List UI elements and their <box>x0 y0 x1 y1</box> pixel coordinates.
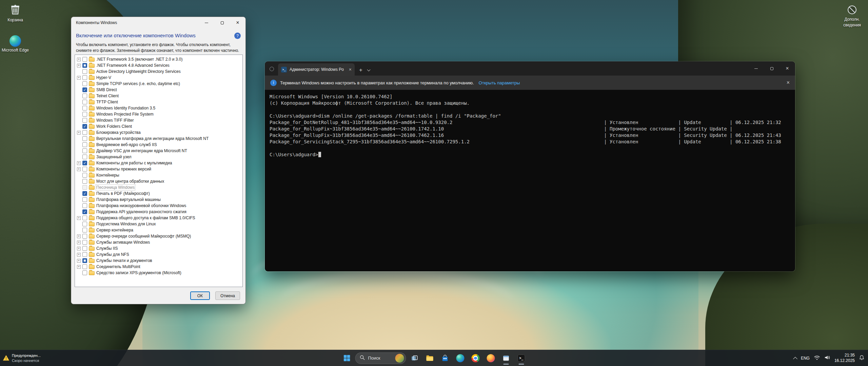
feature-item[interactable]: +Службы для NFS <box>75 251 242 258</box>
clock[interactable]: 21:35 16.12.2025 <box>834 353 855 363</box>
feature-item[interactable]: TFTP Client <box>75 99 242 105</box>
feature-item[interactable]: Windows TIFF IFilter <box>75 117 242 123</box>
feature-item[interactable]: Windows Identity Foundation 3.5 <box>75 105 242 111</box>
feature-item[interactable]: Платформа виртуальной машины <box>75 197 242 203</box>
feature-checkbox[interactable] <box>82 100 87 104</box>
feature-checkbox[interactable] <box>82 258 87 263</box>
feature-checkbox[interactable] <box>82 173 87 178</box>
terminal-close-button[interactable]: × <box>780 61 795 76</box>
feature-item[interactable]: +Соединитель MultiPoint <box>75 264 242 270</box>
feature-item[interactable]: +Hyper-V <box>75 75 242 81</box>
feature-checkbox[interactable] <box>82 112 87 117</box>
terminal-body[interactable]: Microsoft Windows [Version 10.0.26100.74… <box>265 90 795 271</box>
expand-icon[interactable]: + <box>77 161 81 165</box>
feature-checkbox[interactable] <box>82 270 87 275</box>
feature-checkbox[interactable] <box>82 155 87 159</box>
feature-item[interactable]: Active Directory Lightweight Directory S… <box>75 68 242 75</box>
edge-icon[interactable] <box>454 351 467 365</box>
desktop-icon-recycle-bin[interactable]: Корзина <box>0 3 31 22</box>
feature-checkbox[interactable] <box>82 106 87 110</box>
search-box[interactable]: Поиск <box>355 352 406 364</box>
feature-item[interactable]: Платформа низкоуровневой оболочки Window… <box>75 203 242 209</box>
feature-checkbox[interactable] <box>82 81 87 86</box>
feature-item[interactable]: +Службы активации Windows <box>75 239 242 245</box>
terminal-minimize-button[interactable] <box>748 61 764 76</box>
feature-item[interactable]: Внедряемое веб-ядро служб IIS <box>75 142 242 148</box>
feature-item[interactable]: Защищенный узел <box>75 154 242 160</box>
control-panel-icon[interactable] <box>499 351 513 365</box>
feature-item[interactable]: ✓SMB Direct <box>75 87 242 93</box>
feature-item[interactable]: Мост для центра обработки данных <box>75 178 242 184</box>
maximize-button[interactable] <box>214 17 230 28</box>
feature-checkbox[interactable] <box>82 118 87 123</box>
expand-icon[interactable]: + <box>77 64 81 67</box>
feature-checkbox[interactable] <box>82 130 87 135</box>
feature-item[interactable]: Сервер контейнера <box>75 227 242 233</box>
feature-checkbox[interactable] <box>82 246 87 251</box>
feature-item[interactable]: +.NET Framework 3.5 (включает .NET 2.0 и… <box>75 56 242 62</box>
expand-icon[interactable]: + <box>77 216 81 220</box>
chrome-icon[interactable] <box>469 351 482 365</box>
expand-icon[interactable]: + <box>77 241 81 244</box>
feature-item[interactable]: +✓Компоненты для работы с мультимедиа <box>75 160 242 166</box>
taskbar-notification[interactable]: Предупрежден... Скоро начнется <box>3 350 41 366</box>
feature-checkbox[interactable]: ✓ <box>82 191 87 196</box>
tray-chevron-up-icon[interactable] <box>793 357 797 361</box>
feature-item[interactable]: Telnet Client <box>75 93 242 99</box>
dialog-titlebar[interactable]: Компоненты Windows × <box>71 17 245 28</box>
terminal-icon[interactable]: >_ <box>515 351 528 365</box>
expand-icon[interactable]: + <box>77 265 81 269</box>
feature-checkbox[interactable] <box>82 228 87 232</box>
close-button[interactable]: × <box>230 17 245 28</box>
help-icon[interactable]: ? <box>234 33 241 39</box>
expand-icon[interactable]: + <box>77 167 81 171</box>
expand-icon[interactable]: + <box>77 58 81 61</box>
feature-checkbox[interactable] <box>82 148 87 153</box>
feature-item[interactable]: ✓Печать в PDF (Майкрософт) <box>75 190 242 197</box>
expand-icon[interactable]: + <box>77 76 81 80</box>
feature-checkbox[interactable] <box>82 136 87 141</box>
feature-checkbox[interactable]: ✓ <box>82 161 87 165</box>
terminal-tab[interactable]: >_ Администратор: Windows Po × <box>278 63 355 76</box>
feature-checkbox[interactable]: ✓ <box>82 87 87 92</box>
feature-item[interactable]: Виртуальная платформа для интеграции ядр… <box>75 136 242 142</box>
tab-dropdown-icon[interactable] <box>367 68 370 72</box>
banner-close-icon[interactable]: × <box>787 80 790 85</box>
ok-button[interactable]: ОК <box>190 291 210 300</box>
microsoft-store-icon[interactable] <box>438 351 452 365</box>
notification-bell-icon[interactable] <box>859 355 865 362</box>
feature-checkbox[interactable] <box>82 69 87 74</box>
feature-item[interactable]: Драйвер VSC для интеграции ядра Microsof… <box>75 148 242 154</box>
terminal-maximize-button[interactable] <box>764 61 780 76</box>
feature-checkbox[interactable] <box>82 222 87 226</box>
feature-item[interactable]: +Сервер очереди сообщений Майкрософт (MS… <box>75 233 242 239</box>
feature-checkbox[interactable] <box>82 142 87 147</box>
feature-checkbox[interactable] <box>82 179 87 184</box>
task-view-icon[interactable] <box>408 351 421 365</box>
feature-checkbox[interactable]: ✓ <box>82 124 87 129</box>
feature-checkbox[interactable] <box>82 94 87 98</box>
feature-checkbox[interactable] <box>82 57 87 62</box>
expand-icon[interactable]: + <box>77 131 81 135</box>
start-button[interactable] <box>340 351 354 365</box>
expand-icon[interactable]: + <box>77 247 81 250</box>
feature-checkbox[interactable] <box>82 185 87 190</box>
desktop-icon-edge[interactable]: Microsoft Edge <box>0 35 31 53</box>
feature-checkbox[interactable] <box>82 234 87 239</box>
feature-item[interactable]: +Поддержка общего доступа к файлам SMB 1… <box>75 215 242 221</box>
feature-item[interactable]: ✓Поддержка API удаленного разностного сж… <box>75 209 242 215</box>
features-list[interactable]: +.NET Framework 3.5 (включает .NET 2.0 и… <box>75 55 243 287</box>
expand-icon[interactable]: + <box>77 235 81 238</box>
expand-icon[interactable]: + <box>77 259 81 263</box>
volume-icon[interactable] <box>824 355 830 361</box>
feature-item[interactable]: Подсистема Windows для Linux <box>75 221 242 227</box>
feature-checkbox[interactable] <box>82 240 87 245</box>
feature-checkbox[interactable]: ✓ <box>82 209 87 214</box>
feature-checkbox[interactable] <box>82 252 87 257</box>
feature-item[interactable]: +Блокировка устройства <box>75 129 242 136</box>
feature-checkbox[interactable] <box>82 203 87 208</box>
feature-item[interactable]: Windows Projected File System <box>75 111 242 117</box>
expand-icon[interactable]: + <box>77 253 81 257</box>
open-settings-link[interactable]: Открыть параметры <box>479 80 520 85</box>
tab-close-icon[interactable]: × <box>349 67 352 72</box>
